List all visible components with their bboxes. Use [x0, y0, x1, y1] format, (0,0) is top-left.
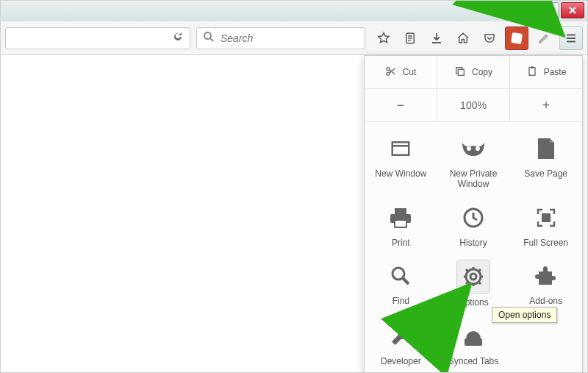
copy-label: Copy [472, 67, 492, 77]
tooltip: Open options [492, 307, 557, 323]
paste-label: Paste [544, 67, 567, 77]
main-menu-panel: Cut Copy Paste − 100% + New Window Ne [364, 55, 583, 373]
menu-label: Save Page [524, 169, 567, 180]
edit-icon[interactable] [533, 27, 555, 49]
menu-empty-slot [509, 316, 582, 373]
menu-print[interactable]: Print [365, 197, 437, 256]
downloads-icon[interactable] [426, 27, 448, 49]
svg-point-24 [476, 146, 480, 151]
plus-icon: + [542, 98, 551, 113]
reload-icon[interactable] [172, 31, 184, 45]
menu-label: New Private Window [440, 169, 507, 190]
menu-label: History [459, 238, 487, 249]
menu-label: New Window [375, 169, 426, 180]
clock-icon [457, 202, 490, 234]
hamburger-menu-button[interactable] [559, 26, 583, 50]
wrench-icon [384, 320, 417, 352]
scissors-icon [385, 65, 397, 79]
reading-list-icon[interactable] [399, 27, 421, 49]
window-maximize-button[interactable] [536, 2, 559, 18]
menu-synced-tabs[interactable]: Synced Tabs [437, 316, 510, 373]
mask-icon [457, 132, 490, 165]
svg-line-31 [403, 278, 409, 284]
svg-point-23 [467, 146, 471, 151]
cut-label: Cut [403, 67, 417, 77]
svg-line-39 [478, 282, 481, 284]
window-close-button[interactable] [561, 2, 584, 18]
paste-button[interactable]: Paste [509, 56, 582, 88]
menu-label: Find [392, 296, 409, 307]
menu-save-page[interactable]: Save Page [509, 128, 582, 197]
menu-label: Print [392, 238, 410, 249]
menu-find[interactable]: Find [365, 255, 437, 316]
window-icon [384, 132, 417, 165]
svg-line-38 [466, 269, 468, 271]
menu-label: Full Screen [523, 238, 568, 249]
copy-icon [454, 65, 466, 79]
window-minimize-button[interactable] [511, 2, 534, 18]
menu-full-screen[interactable]: Full Screen [509, 197, 582, 256]
menu-label: Developer [381, 357, 421, 367]
search-input[interactable] [219, 32, 359, 45]
window-titlebar [1, 1, 587, 22]
menu-label: Add-ons [529, 296, 562, 307]
svg-point-30 [392, 268, 404, 280]
svg-rect-1 [545, 7, 551, 13]
browser-toolbar [1, 21, 587, 55]
zoom-in-button[interactable]: + [509, 89, 582, 121]
zoom-out-button[interactable]: − [365, 89, 437, 121]
gear-icon [456, 260, 490, 294]
extension-button[interactable] [505, 26, 528, 50]
svg-rect-29 [542, 213, 551, 222]
svg-rect-25 [395, 208, 406, 214]
minus-icon: − [397, 98, 405, 113]
search-icon [203, 31, 215, 45]
menu-new-private-window[interactable]: New Private Window [437, 128, 510, 197]
svg-rect-42 [465, 338, 482, 346]
synced-tabs-icon [457, 320, 490, 352]
page-icon [530, 132, 562, 165]
svg-rect-27 [395, 220, 406, 227]
menu-label: Options [458, 298, 488, 308]
svg-rect-19 [529, 67, 535, 75]
menu-history[interactable]: History [437, 197, 510, 256]
puzzle-icon [530, 260, 562, 292]
zoom-level[interactable]: 100% [437, 89, 509, 121]
clipboard-icon [526, 65, 538, 79]
svg-point-4 [204, 32, 211, 39]
copy-button[interactable]: Copy [437, 56, 509, 88]
svg-point-33 [470, 274, 476, 280]
cut-button[interactable]: Cut [365, 56, 437, 88]
fullscreen-icon [530, 202, 562, 234]
magnifier-icon [384, 260, 417, 292]
menu-developer[interactable]: Developer [365, 316, 437, 373]
url-bar[interactable] [5, 27, 190, 49]
menu-new-window[interactable]: New Window [365, 128, 437, 197]
svg-line-41 [466, 282, 468, 284]
printer-icon [384, 202, 417, 234]
extension-icon [511, 32, 523, 44]
svg-line-5 [210, 38, 213, 41]
svg-rect-18 [458, 69, 464, 75]
svg-rect-20 [531, 66, 534, 68]
svg-line-40 [478, 269, 481, 271]
bookmark-star-icon[interactable] [373, 27, 395, 49]
menu-label: Synced Tabs [448, 357, 499, 367]
search-bar[interactable] [196, 27, 365, 49]
home-icon[interactable] [452, 27, 474, 49]
pocket-icon[interactable] [478, 27, 501, 49]
svg-rect-21 [392, 142, 409, 155]
